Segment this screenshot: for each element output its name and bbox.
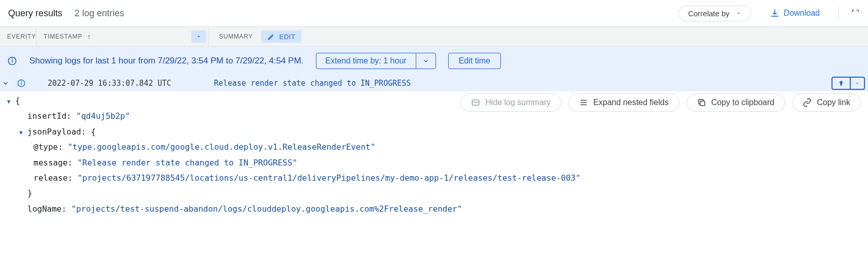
copy-clipboard-button[interactable]: Copy to clipboard bbox=[686, 93, 785, 112]
svg-rect-11 bbox=[700, 101, 705, 106]
panel-icon bbox=[471, 98, 480, 107]
json-message[interactable]: message: "Release render state changed t… bbox=[7, 155, 868, 171]
download-label: Download bbox=[784, 9, 820, 18]
edit-summary-button[interactable]: EDIT bbox=[261, 30, 302, 43]
column-header-row: EVERITY TIMESTAMP ↑ SUMMARY EDIT bbox=[0, 26, 868, 47]
correlate-by-button[interactable]: Correlate by bbox=[678, 6, 751, 21]
caret-down-icon bbox=[855, 81, 860, 86]
chevron-down-icon bbox=[2, 80, 9, 87]
severity-info-icon bbox=[16, 78, 26, 88]
pin-icon bbox=[838, 80, 845, 87]
json-logname[interactable]: logName: "projects/test-suspend-abandon/… bbox=[7, 202, 868, 217]
caret-down-icon bbox=[736, 10, 742, 16]
svg-point-5 bbox=[21, 81, 22, 82]
json-jsonpayload-close: } bbox=[7, 186, 868, 201]
svg-point-2 bbox=[12, 58, 13, 59]
json-type[interactable]: @type: "type.googleapis.com/google.cloud… bbox=[7, 140, 868, 155]
log-detail-panel: Hide log summary Expand nested fields Co… bbox=[0, 91, 868, 217]
download-icon bbox=[770, 8, 780, 18]
expand-row-toggle[interactable] bbox=[0, 80, 11, 87]
edit-time-button[interactable]: Edit time bbox=[448, 53, 501, 69]
results-title: Query results bbox=[8, 8, 62, 19]
correlate-by-label: Correlate by bbox=[688, 9, 730, 18]
extend-time-dropdown[interactable] bbox=[416, 53, 436, 69]
log-timestamp: 2022-07-29 16:33:07.842 UTC bbox=[31, 79, 209, 88]
column-timestamp[interactable]: TIMESTAMP ↑ bbox=[37, 27, 209, 46]
log-entry-row[interactable]: 2022-07-29 16:33:07.842 UTC Release rend… bbox=[0, 75, 868, 91]
extend-time-group: Extend time by: 1 hour bbox=[316, 53, 436, 69]
detail-toolbar: Hide log summary Expand nested fields Co… bbox=[460, 93, 861, 112]
expand-icon bbox=[579, 98, 588, 107]
download-button[interactable]: Download bbox=[764, 5, 826, 21]
divider bbox=[838, 6, 839, 20]
info-icon bbox=[7, 56, 17, 66]
json-tree: ▼ { insertId: "qd4uj5b2p" ▼ jsonPayload:… bbox=[0, 93, 868, 217]
chevron-down-icon bbox=[422, 57, 429, 64]
copy-link-button[interactable]: Copy link bbox=[792, 93, 861, 112]
expand-nested-button[interactable]: Expand nested fields bbox=[568, 93, 679, 112]
results-count: 2 log entries bbox=[75, 8, 124, 19]
copy-icon bbox=[697, 98, 706, 107]
json-release[interactable]: release: "projects/637197788545/location… bbox=[7, 171, 868, 186]
expand-icon[interactable] bbox=[851, 9, 860, 18]
column-severity[interactable]: EVERITY bbox=[0, 27, 37, 46]
log-summary-text: Release render state changed to IN_PROGR… bbox=[214, 79, 411, 88]
time-range-banner: Showing logs for last 1 hour from 7/29/2… bbox=[0, 47, 868, 75]
timestamp-dropdown-button[interactable] bbox=[191, 30, 206, 43]
column-summary: SUMMARY EDIT bbox=[209, 27, 301, 46]
hide-log-summary-button[interactable]: Hide log summary bbox=[460, 93, 561, 112]
json-jsonpayload-open[interactable]: ▼ jsonPayload: { bbox=[7, 124, 868, 140]
pin-button-group bbox=[831, 77, 865, 90]
time-range-text: Showing logs for last 1 hour from 7/29/2… bbox=[29, 56, 304, 66]
caret-down-icon: ▼ bbox=[7, 97, 15, 108]
caret-down-icon bbox=[196, 34, 202, 40]
pencil-icon bbox=[267, 32, 275, 41]
caret-down-icon: ▼ bbox=[19, 128, 27, 139]
results-header: Query results 2 log entries Correlate by… bbox=[0, 0, 868, 26]
link-icon bbox=[803, 98, 812, 107]
sort-arrow-up-icon: ↑ bbox=[87, 32, 91, 41]
pin-dropdown[interactable] bbox=[850, 78, 864, 89]
pin-button[interactable] bbox=[833, 78, 850, 89]
extend-time-button[interactable]: Extend time by: 1 hour bbox=[316, 53, 416, 69]
